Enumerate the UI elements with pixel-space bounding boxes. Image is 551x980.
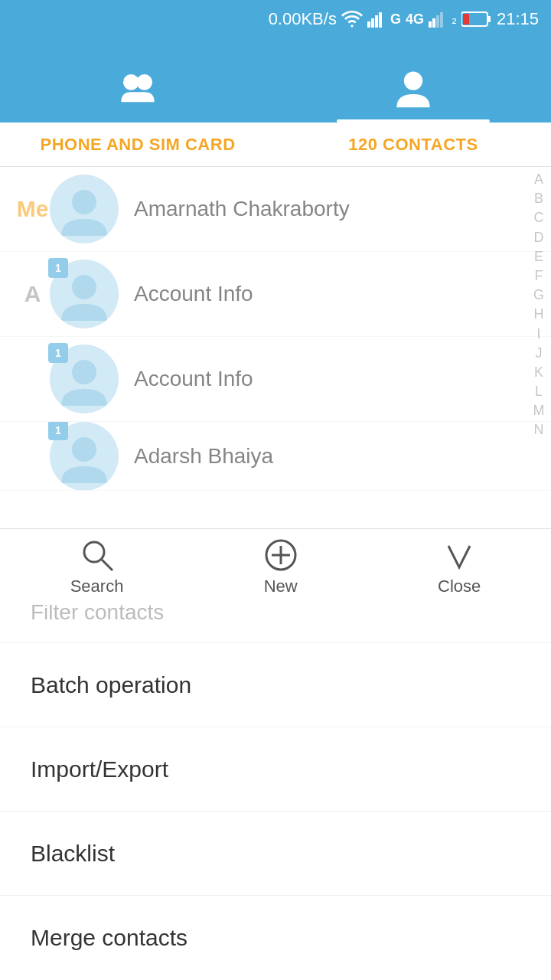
group-icon bbox=[118, 69, 158, 109]
svg-rect-5 bbox=[432, 18, 435, 28]
search-icon bbox=[80, 538, 114, 572]
svg-rect-1 bbox=[371, 18, 374, 28]
close-icon bbox=[442, 538, 476, 572]
signal-icon bbox=[367, 11, 386, 28]
status-icons: 0.00KB/s G 4G ₂ 21:15 bbox=[269, 9, 539, 29]
time-display: 21:15 bbox=[497, 9, 539, 29]
overlay bbox=[0, 167, 551, 534]
new-label: New bbox=[264, 577, 298, 596]
tab-contacts-group[interactable] bbox=[0, 69, 276, 122]
status-bar: 0.00KB/s G 4G ₂ 21:15 bbox=[0, 0, 551, 38]
close-action[interactable]: Close bbox=[438, 538, 481, 596]
svg-rect-3 bbox=[379, 12, 382, 28]
signal2-icon bbox=[429, 11, 447, 28]
close-label: Close bbox=[438, 577, 481, 596]
sim2-indicator: ₂ bbox=[452, 11, 457, 28]
wifi-icon bbox=[341, 11, 363, 28]
blacklist-label: Blacklist bbox=[31, 841, 115, 867]
svg-rect-4 bbox=[429, 21, 432, 28]
person-icon bbox=[393, 69, 433, 109]
import-export-item[interactable]: Import/Export bbox=[0, 727, 551, 812]
tab-contacts-single[interactable] bbox=[276, 69, 551, 122]
tab-contacts-count[interactable]: 120 CONTACTS bbox=[276, 122, 551, 166]
batch-operation-item[interactable]: Batch operation bbox=[0, 643, 551, 727]
search-label: Search bbox=[70, 577, 124, 596]
bottom-bar: Search New Close bbox=[0, 528, 551, 605]
svg-rect-10 bbox=[463, 14, 469, 24]
dropdown-menu: Filter contacts Batch operation Import/E… bbox=[0, 582, 551, 980]
new-action[interactable]: New bbox=[264, 538, 298, 596]
tab-phone-sim[interactable]: PHONE AND SIM CARD bbox=[0, 122, 276, 166]
battery-icon bbox=[461, 11, 492, 28]
svg-point-13 bbox=[404, 71, 422, 90]
new-icon bbox=[264, 538, 298, 572]
svg-rect-7 bbox=[440, 12, 443, 28]
merge-contacts-item[interactable]: Merge contacts bbox=[0, 896, 551, 980]
svg-rect-9 bbox=[487, 16, 491, 22]
import-export-label: Import/Export bbox=[31, 756, 168, 782]
batch-operation-label: Batch operation bbox=[31, 672, 191, 698]
header bbox=[0, 38, 551, 122]
svg-rect-2 bbox=[375, 15, 378, 28]
speed-indicator: 0.00KB/s bbox=[269, 9, 337, 29]
svg-line-19 bbox=[102, 560, 112, 570]
blacklist-item[interactable]: Blacklist bbox=[0, 812, 551, 896]
network-type-g: G bbox=[390, 11, 401, 28]
network-type-4g: 4G bbox=[406, 11, 424, 28]
section-tabs: PHONE AND SIM CARD 120 CONTACTS bbox=[0, 122, 551, 167]
search-action[interactable]: Search bbox=[70, 538, 124, 596]
svg-rect-0 bbox=[367, 21, 370, 28]
svg-point-18 bbox=[84, 542, 104, 562]
tab-bar bbox=[0, 38, 551, 122]
merge-contacts-label: Merge contacts bbox=[31, 925, 187, 951]
svg-point-12 bbox=[136, 74, 152, 90]
svg-rect-6 bbox=[436, 15, 439, 28]
